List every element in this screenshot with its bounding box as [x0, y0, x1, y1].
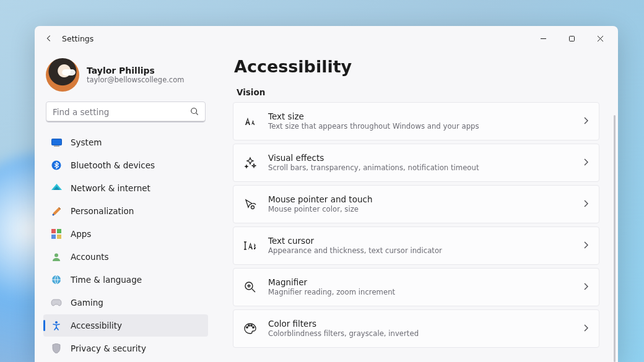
nav-label: Accessibility: [71, 321, 122, 330]
svg-rect-6: [51, 229, 56, 233]
back-button[interactable]: [38, 28, 59, 49]
chevron-right-icon: [583, 157, 589, 169]
profile-block[interactable]: Taylor Phillips taylor@bellowscollege.co…: [43, 56, 208, 100]
nav-item-personalization[interactable]: Personalization: [43, 200, 208, 222]
scrollbar-thumb[interactable]: [614, 115, 616, 362]
text-size-icon: [243, 114, 257, 128]
magnifier-icon: [243, 280, 257, 294]
card-subtitle: Text size that appears throughout Window…: [268, 122, 572, 132]
card-title: Color filters: [268, 318, 572, 329]
gaming-icon: [51, 297, 62, 308]
card-text-cursor[interactable]: Text cursor Appearance and thickness, te…: [233, 226, 599, 265]
search-box[interactable]: [46, 101, 206, 123]
settings-window: Settings Taylor Phillips taylor@bellowsc…: [35, 26, 618, 362]
svg-point-18: [253, 327, 254, 328]
visual-effects-icon: [243, 156, 257, 170]
apps-icon: [51, 228, 62, 239]
nav-item-accessibility[interactable]: Accessibility: [43, 314, 208, 337]
mouse-pointer-icon: [243, 197, 257, 211]
nav-label: Privacy & security: [71, 343, 146, 353]
nav-label: System: [71, 137, 102, 147]
card-title: Text size: [268, 111, 572, 122]
svg-point-12: [55, 321, 58, 324]
nav-label: Time & language: [71, 275, 142, 285]
card-text-size[interactable]: Text size Text size that appears through…: [233, 102, 599, 140]
settings-card-list: Text size Text size that appears through…: [233, 102, 607, 348]
main-pane: Accessibility Vision Text size Text size…: [214, 51, 618, 362]
nav-item-time-language[interactable]: Time & language: [43, 269, 208, 291]
svg-point-16: [248, 325, 250, 326]
svg-rect-8: [51, 235, 56, 239]
card-subtitle: Magnifier reading, zoom increment: [268, 288, 572, 298]
nav-label: Gaming: [71, 298, 103, 308]
time-language-icon: [51, 274, 62, 285]
svg-point-1: [191, 108, 197, 113]
system-icon: [51, 137, 62, 148]
chevron-right-icon: [583, 240, 589, 252]
nav-list: System Bluetooth & devices Network & int…: [43, 131, 208, 360]
svg-rect-0: [569, 36, 574, 41]
nav-item-bluetooth[interactable]: Bluetooth & devices: [43, 154, 208, 176]
text-cursor-icon: [243, 239, 257, 252]
svg-rect-7: [57, 229, 61, 233]
nav-item-network[interactable]: Network & internet: [43, 177, 208, 199]
minimize-icon: [540, 35, 547, 42]
card-subtitle: Scroll bars, transparency, animations, n…: [268, 163, 572, 173]
card-subtitle: Colorblindness filters, grayscale, inver…: [268, 329, 572, 339]
card-title: Magnifier: [268, 277, 572, 288]
bluetooth-icon: [51, 160, 62, 171]
chevron-right-icon: [583, 282, 589, 293]
window-title: Settings: [62, 34, 94, 43]
svg-rect-9: [57, 235, 61, 239]
nav-label: Personalization: [71, 206, 134, 216]
card-title: Mouse pointer and touch: [268, 194, 572, 205]
card-subtitle: Mouse pointer color, size: [268, 205, 572, 215]
avatar: [46, 58, 79, 92]
card-subtitle: Appearance and thickness, text cursor in…: [268, 246, 572, 256]
svg-point-13: [251, 206, 255, 209]
nav-item-gaming[interactable]: Gaming: [43, 291, 208, 314]
maximize-button[interactable]: [557, 28, 586, 48]
sidebar: Taylor Phillips taylor@bellowscollege.co…: [35, 51, 214, 362]
search-icon: [190, 106, 199, 118]
svg-point-10: [54, 254, 58, 257]
accessibility-icon: [51, 320, 62, 331]
privacy-icon: [51, 343, 62, 354]
card-title: Text cursor: [268, 235, 572, 246]
chevron-right-icon: [583, 323, 589, 335]
back-arrow-icon: [45, 34, 53, 43]
maximize-icon: [568, 35, 575, 42]
chevron-right-icon: [583, 199, 589, 210]
nav-item-apps[interactable]: Apps: [43, 223, 208, 245]
nav-label: Apps: [71, 229, 91, 239]
card-title: Visual effects: [268, 152, 572, 163]
nav-item-system[interactable]: System: [43, 131, 208, 153]
profile-name: Taylor Phillips: [87, 66, 184, 75]
section-header: Vision: [237, 87, 607, 97]
page-title: Accessibility: [234, 57, 607, 76]
personalization-icon: [51, 205, 62, 217]
nav-item-privacy-security[interactable]: Privacy & security: [43, 337, 208, 360]
card-visual-effects[interactable]: Visual effects Scroll bars, transparency…: [233, 144, 599, 182]
profile-email: taylor@bellowscollege.com: [87, 75, 184, 84]
nav-label: Network & internet: [71, 183, 150, 193]
card-mouse-pointer[interactable]: Mouse pointer and touch Mouse pointer co…: [233, 185, 599, 223]
accounts-icon: [51, 251, 62, 262]
svg-rect-3: [54, 145, 59, 146]
svg-point-17: [251, 325, 252, 326]
search-input[interactable]: [53, 107, 190, 117]
card-color-filters[interactable]: Color filters Colorblindness filters, gr…: [233, 309, 599, 348]
nav-item-accounts[interactable]: Accounts: [43, 246, 208, 268]
svg-point-15: [246, 327, 248, 328]
network-icon: [51, 183, 62, 194]
nav-label: Bluetooth & devices: [71, 160, 155, 170]
close-icon: [597, 35, 604, 42]
svg-rect-2: [51, 139, 61, 145]
minimize-button[interactable]: [529, 28, 557, 48]
close-button[interactable]: [586, 28, 614, 48]
color-filters-icon: [243, 322, 257, 335]
card-magnifier[interactable]: Magnifier Magnifier reading, zoom increm…: [233, 268, 599, 306]
titlebar: Settings: [35, 26, 618, 51]
nav-label: Accounts: [71, 252, 109, 262]
svg-point-5: [52, 213, 54, 215]
